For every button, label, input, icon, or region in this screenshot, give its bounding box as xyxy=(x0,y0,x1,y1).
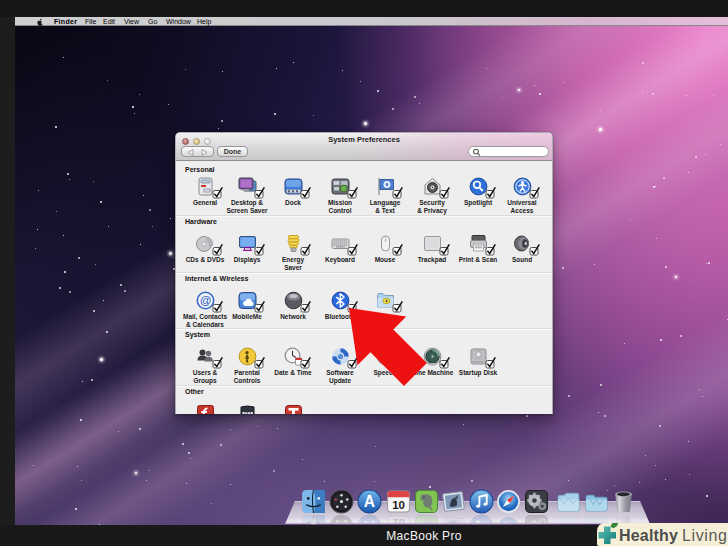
svg-text:A: A xyxy=(364,518,375,523)
svg-text:Healthy: Healthy xyxy=(619,527,678,544)
svg-text:@: @ xyxy=(199,294,210,306)
svg-text:10: 10 xyxy=(392,499,405,511)
svg-text:10: 10 xyxy=(392,517,405,523)
svg-text:Living: Living xyxy=(682,527,727,544)
svg-text:A: A xyxy=(364,493,375,510)
